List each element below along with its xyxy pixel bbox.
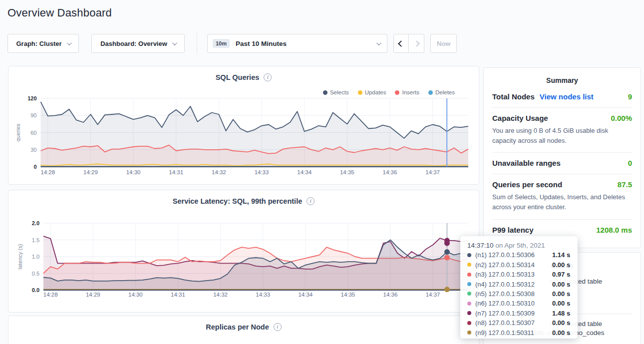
svg-text:60: 60 <box>30 130 36 136</box>
tooltip-node-address: (n2) 127.0.0.1:50314 <box>475 261 548 269</box>
now-button[interactable]: Now <box>430 34 457 53</box>
svg-text:30: 30 <box>30 147 36 153</box>
chevron-left-icon <box>398 40 404 47</box>
series-color-dot-icon <box>467 273 471 277</box>
service-latency-chart[interactable]: 14:2814:2914:3014:3114:3214:3314:3414:35… <box>8 190 480 313</box>
tooltip-node-value: 0.97 s <box>552 271 570 278</box>
dashboard-dropdown-label: Dashboard: Overview <box>100 40 167 47</box>
svg-text:14:35: 14:35 <box>340 169 354 175</box>
svg-text:14:31: 14:31 <box>171 292 185 298</box>
tooltip-node-address: (n6) 127.0.0.1:50310 <box>475 300 548 307</box>
time-next-button[interactable] <box>409 34 424 53</box>
tooltip-node-row: (n5) 127.0.0.1:503080.00 s <box>467 290 571 298</box>
svg-text:90: 90 <box>30 112 36 118</box>
svg-text:14:36: 14:36 <box>383 169 397 175</box>
svg-text:2.0: 2.0 <box>32 220 39 226</box>
tooltip-node-address: (n5) 127.0.0.1:50308 <box>475 290 548 298</box>
svg-text:14:30: 14:30 <box>126 169 141 175</box>
sql-queries-chart[interactable]: 14:2814:2914:3014:3114:3214:3314:3414:35… <box>8 66 480 185</box>
time-range-badge: 10m <box>213 39 230 48</box>
summary-row: Total NodesView nodes list9 <box>492 86 632 108</box>
svg-text:120: 120 <box>27 95 36 101</box>
svg-text:0.0: 0.0 <box>32 287 39 293</box>
svg-text:14:33: 14:33 <box>256 292 270 298</box>
tooltip-node-row: (n8) 127.0.0.1:503070.00 s <box>467 319 571 327</box>
tooltip-node-row: (n2) 127.0.0.1:503140.00 s <box>467 261 571 269</box>
svg-text:14:35: 14:35 <box>340 292 355 298</box>
time-prev-button[interactable] <box>393 34 409 53</box>
summary-row-label: Unavailable ranges <box>492 159 561 167</box>
summary-row-value: 1208.0 ms <box>596 226 632 234</box>
summary-row: Queries per second87.5Sum of Selects, Up… <box>492 174 632 219</box>
summary-row: Unavailable ranges0 <box>492 153 632 174</box>
svg-text:14:30: 14:30 <box>128 292 143 298</box>
svg-text:14:36: 14:36 <box>383 292 398 298</box>
chevron-right-icon <box>413 40 420 47</box>
svg-text:14:34: 14:34 <box>298 292 313 298</box>
tooltip-timestamp: 14:37:10 on Apr 5th, 2021 <box>467 242 571 249</box>
summary-row-value: 9 <box>628 92 632 101</box>
series-color-dot-icon <box>467 311 471 315</box>
tooltip-node-address: (n8) 127.0.0.1:50307 <box>475 319 548 327</box>
chart-hover-tooltip: 14:37:10 on Apr 5th, 2021 (n1) 127.0.0.1… <box>460 236 578 339</box>
replicas-per-node-chart-card: Replicas per Node i <box>8 316 479 344</box>
svg-text:14:28: 14:28 <box>40 169 55 175</box>
summary-row-value: 0 <box>628 159 632 167</box>
chevron-down-icon <box>66 40 71 45</box>
service-latency-chart-card: Service Latency: SQL, 99th percentile i … <box>8 190 479 313</box>
series-color-dot-icon <box>467 263 471 267</box>
summary-heading: Summary <box>492 68 632 86</box>
summary-row-description: Sum of Selects, Updates, Inserts, and De… <box>492 189 632 212</box>
svg-text:14:29: 14:29 <box>83 169 98 175</box>
svg-text:14:29: 14:29 <box>86 292 100 298</box>
svg-text:14:32: 14:32 <box>213 292 228 298</box>
summary-row: Capacity Usage0.00%You are using 0 B of … <box>492 108 632 153</box>
svg-text:0.5: 0.5 <box>32 271 39 277</box>
series-color-dot-icon <box>467 302 471 306</box>
tooltip-node-address: (n9) 127.0.0.1:50311 <box>475 329 548 337</box>
time-pager <box>393 34 424 53</box>
tooltip-node-row: (n4) 127.0.0.1:503120.00 s <box>467 281 571 288</box>
graph-dropdown[interactable]: Graph: Cluster <box>7 34 79 53</box>
svg-text:queries: queries <box>15 123 21 142</box>
summary-row-label: P99 latency <box>492 226 534 234</box>
svg-text:14:37: 14:37 <box>425 169 440 175</box>
svg-text:1.5: 1.5 <box>32 237 39 243</box>
tooltip-node-address: (n4) 127.0.0.1:50312 <box>475 281 548 288</box>
svg-text:14:32: 14:32 <box>212 169 226 175</box>
summary-panel: Summary Total NodesView nodes list9Capac… <box>483 67 641 248</box>
tooltip-node-row: (n6) 127.0.0.1:503100.00 s <box>467 300 571 307</box>
summary-row-value: 0.00% <box>611 114 632 122</box>
series-color-dot-icon <box>467 321 471 325</box>
tooltip-node-value: 0.00 s <box>552 290 570 298</box>
svg-text:14:37: 14:37 <box>426 292 440 298</box>
view-nodes-list-link[interactable]: View nodes list <box>540 92 594 101</box>
svg-text:14:33: 14:33 <box>255 169 269 175</box>
sql-queries-chart-card: SQL Queries i SelectsUpdatesInsertsDelet… <box>8 66 479 185</box>
graph-dropdown-label: Graph: Cluster <box>16 40 61 47</box>
series-color-dot-icon <box>467 282 471 286</box>
info-icon[interactable]: i <box>274 323 282 331</box>
tooltip-node-value: 1.14 s <box>552 251 570 259</box>
series-color-dot-icon <box>467 253 471 257</box>
tooltip-node-row: (n1) 127.0.0.1:503061.14 s <box>467 251 571 259</box>
tooltip-node-value: 1.48 s <box>552 310 570 317</box>
summary-row-label: Capacity Usage <box>492 114 548 122</box>
series-color-dot-icon <box>467 331 471 335</box>
tooltip-node-address: (n7) 127.0.0.1:50309 <box>475 310 548 317</box>
tooltip-node-row: (n7) 127.0.0.1:503091.48 s <box>467 310 571 317</box>
tooltip-node-address: (n1) 127.0.0.1:50306 <box>475 251 548 259</box>
svg-text:14:31: 14:31 <box>169 169 183 175</box>
chevron-down-icon <box>172 40 177 45</box>
summary-row-value: 87.5 <box>618 180 632 189</box>
chevron-down-icon <box>376 40 381 45</box>
svg-text:14:28: 14:28 <box>43 292 58 298</box>
summary-row-label: Total Nodes <box>492 92 535 101</box>
dashboard-dropdown[interactable]: Dashboard: Overview <box>91 34 185 53</box>
tooltip-node-value: 0.00 s <box>552 300 570 307</box>
svg-text:14:34: 14:34 <box>297 169 312 175</box>
tooltip-node-value: 0.00 s <box>552 261 570 269</box>
tooltip-node-value: 0.00 s <box>552 281 570 288</box>
time-range-picker[interactable]: 10m Past 10 Minutes <box>207 34 387 53</box>
replicas-per-node-chart-title: Replicas per Node i <box>8 323 479 331</box>
